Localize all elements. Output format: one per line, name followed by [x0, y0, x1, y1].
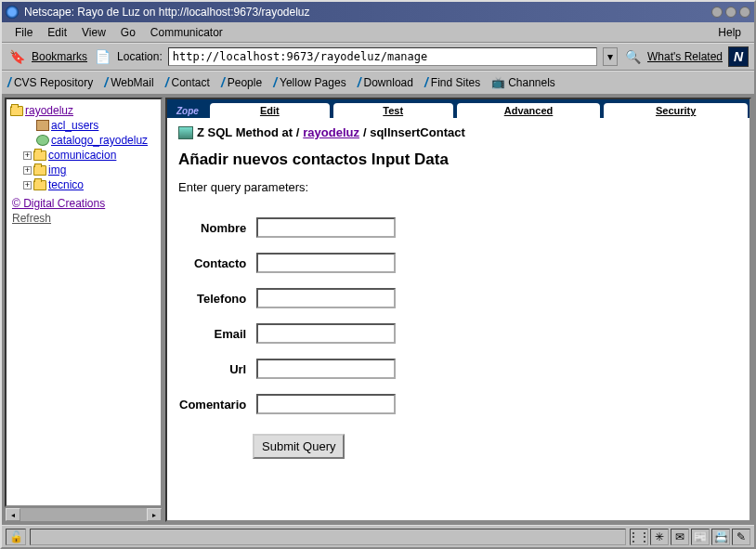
news-icon[interactable]: 📰 — [691, 529, 710, 545]
bookmark-icon: / — [104, 75, 108, 90]
pt-webmail[interactable]: /WebMail — [104, 75, 153, 90]
location-label: Location: — [117, 50, 163, 63]
digital-creations-link[interactable]: © Digital Creations — [10, 196, 157, 211]
tree-link[interactable]: acl_users — [51, 119, 98, 132]
scroll-right-icon[interactable]: ▸ — [147, 508, 162, 521]
form-row: Email — [178, 322, 397, 345]
tree-comunicacion[interactable]: + comunicacion — [23, 148, 157, 163]
pt-yellowpages[interactable]: /Yellow Pages — [273, 75, 346, 90]
input-email[interactable] — [256, 323, 396, 344]
sidebar-scrollbar[interactable]: ◂ ▸ — [5, 507, 163, 522]
tree-img[interactable]: + img — [23, 163, 157, 177]
location-input[interactable] — [168, 47, 597, 66]
menu-file[interactable]: File — [7, 24, 40, 41]
navigator-icon[interactable]: ✳ — [650, 529, 669, 545]
statusbar: 🔓 ⋮⋮ ✳ ✉ 📰 📇 ✎ — [2, 525, 754, 547]
menu-help[interactable]: Help — [710, 24, 749, 41]
expand-icon[interactable]: + — [23, 166, 32, 175]
input-telefono[interactable] — [256, 288, 396, 308]
folder-icon — [33, 165, 46, 176]
location-toolbar: 🔖 Bookmarks 📄 Location: ▾ 🔍 What's Relat… — [2, 43, 754, 71]
menu-edit[interactable]: Edit — [40, 24, 74, 41]
breadcrumb-prefix: Z SQL Method at / — [197, 125, 299, 139]
tree-link[interactable]: img — [48, 163, 66, 176]
input-comentario[interactable] — [256, 394, 396, 414]
bookmark-icon: / — [424, 75, 428, 90]
tree-root[interactable]: rayodeluz — [10, 103, 157, 118]
users-icon — [36, 120, 49, 131]
label-telefono: Telefono — [178, 287, 255, 309]
breadcrumb-link[interactable]: rayodeluz — [303, 125, 359, 139]
tree-root-link[interactable]: rayodeluz — [25, 104, 73, 117]
window-controls — [711, 7, 750, 18]
component-bar: ⋮⋮ ✳ ✉ 📰 📇 ✎ — [630, 529, 750, 545]
tab-security[interactable]: Security — [604, 103, 748, 118]
form-row: Comentario — [178, 393, 397, 415]
whats-related-label[interactable]: What's Related — [647, 50, 723, 63]
submit-query-button[interactable]: Submit Query — [253, 434, 345, 459]
content-area: rayodeluz acl_users catalogo_rayodeluz +… — [2, 95, 754, 525]
input-nombre[interactable] — [256, 217, 396, 238]
menu-communicator[interactable]: Communicator — [143, 24, 230, 41]
close-button[interactable] — [739, 7, 750, 18]
tree-link[interactable]: catalogo_rayodeluz — [51, 134, 148, 147]
composer-icon[interactable]: ✎ — [732, 529, 750, 545]
bookmarks-label[interactable]: Bookmarks — [32, 50, 87, 63]
channels-icon: 📺 — [491, 76, 505, 89]
label-email: Email — [178, 322, 255, 345]
bookmark-icon: / — [358, 75, 361, 90]
menu-view[interactable]: View — [74, 24, 113, 41]
pt-download[interactable]: /Download — [358, 75, 413, 90]
input-url[interactable] — [256, 359, 396, 379]
whats-related-icon[interactable]: 🔍 — [623, 47, 642, 66]
pt-contact[interactable]: /Contact — [165, 75, 210, 90]
minimize-button[interactable] — [711, 7, 723, 18]
scroll-track[interactable] — [20, 508, 147, 521]
maximize-button[interactable] — [725, 7, 736, 18]
mail-icon[interactable]: ✉ — [671, 529, 689, 545]
netscape-window: Netscape: Rayo de Luz on http://localhos… — [0, 0, 756, 549]
expand-icon[interactable]: + — [23, 181, 32, 190]
refresh-link[interactable]: Refresh — [10, 211, 157, 226]
zsql-icon — [178, 126, 193, 139]
window-title: Netscape: Rayo de Luz on http://localhos… — [24, 6, 711, 19]
addressbook-icon[interactable]: 📇 — [711, 529, 730, 545]
input-contacto[interactable] — [256, 253, 396, 273]
bookmark-icon: / — [273, 75, 277, 90]
form-row: Nombre — [178, 216, 397, 239]
main-frame: Zope Edit Test Advanced Security Z SQL M… — [165, 98, 751, 522]
tree-acl-users[interactable]: acl_users — [36, 118, 157, 133]
location-dropdown-icon[interactable]: ▾ — [603, 47, 618, 66]
label-nombre: Nombre — [178, 216, 255, 239]
main-body: Z SQL Method at / rayodeluz / sqlInsertC… — [167, 118, 749, 466]
tree-catalogo[interactable]: catalogo_rayodeluz — [36, 133, 157, 148]
query-form: Nombre Contacto Telefono Email Url Comen… — [178, 203, 397, 428]
pt-findsites[interactable]: /Find Sites — [424, 75, 480, 90]
page-heading: Añadir nuevos contactos Input Data — [178, 150, 738, 169]
titlebar: Netscape: Rayo de Luz on http://localhos… — [2, 2, 754, 22]
scroll-left-icon[interactable]: ◂ — [6, 508, 20, 521]
label-url: Url — [178, 358, 255, 380]
tab-test[interactable]: Test — [333, 103, 453, 118]
menu-go[interactable]: Go — [113, 24, 143, 41]
pt-channels[interactable]: 📺Channels — [491, 76, 555, 89]
expand-icon[interactable]: + — [23, 151, 32, 160]
app-icon — [6, 6, 19, 19]
folder-icon — [10, 106, 23, 116]
bookmarks-icon[interactable]: 🔖 — [7, 47, 26, 66]
pt-people[interactable]: /People — [221, 75, 262, 90]
netscape-logo-icon: N — [728, 46, 749, 67]
bookmark-icon: / — [7, 75, 11, 90]
tab-edit[interactable]: Edit — [210, 103, 330, 118]
pt-cvs[interactable]: /CVS Repository — [7, 75, 93, 90]
label-comentario: Comentario — [178, 393, 255, 415]
tree-link[interactable]: comunicacion — [48, 149, 116, 162]
security-icon[interactable]: 🔓 — [6, 529, 26, 545]
tree-link[interactable]: tecnico — [48, 178, 84, 191]
tab-advanced[interactable]: Advanced — [457, 103, 601, 118]
breadcrumb-suffix: / sqlInsertContact — [363, 125, 465, 139]
catalog-icon — [36, 135, 49, 146]
dots-icon[interactable]: ⋮⋮ — [630, 529, 648, 545]
form-row: Telefono — [178, 287, 397, 309]
tree-tecnico[interactable]: + tecnico — [23, 177, 157, 192]
